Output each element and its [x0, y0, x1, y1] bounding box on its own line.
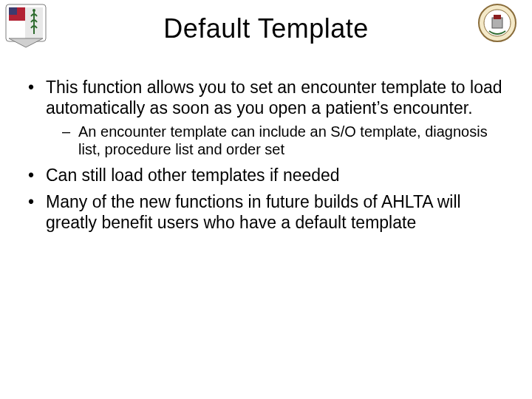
bullet-text: This function allows you to set an encou… [46, 78, 502, 117]
sub-bullet-item: An encounter template can include an S/O… [46, 123, 507, 159]
slide-content: This function allows you to set an encou… [0, 77, 532, 233]
bullet-text: Can still load other templates if needed [46, 166, 340, 185]
bullet-item: Many of the new functions in future buil… [25, 191, 507, 233]
svg-rect-8 [494, 15, 501, 19]
bullet-item: This function allows you to set an encou… [25, 77, 507, 159]
slide-title: Default Template [0, 0, 532, 44]
bullet-item: Can still load other templates if needed [25, 165, 507, 185]
sub-bullet-text: An encounter template can include an S/O… [78, 123, 488, 157]
logo-left-icon [4, 3, 47, 52]
svg-rect-2 [9, 7, 17, 15]
sub-bullet-list: An encounter template can include an S/O… [46, 123, 507, 159]
logo-right-icon [477, 3, 517, 46]
svg-rect-7 [492, 18, 502, 28]
bullet-text: Many of the new functions in future buil… [46, 192, 461, 232]
svg-point-4 [33, 9, 35, 12]
bullet-list: This function allows you to set an encou… [25, 77, 507, 233]
slide: Default Template This function allows yo… [0, 0, 532, 399]
